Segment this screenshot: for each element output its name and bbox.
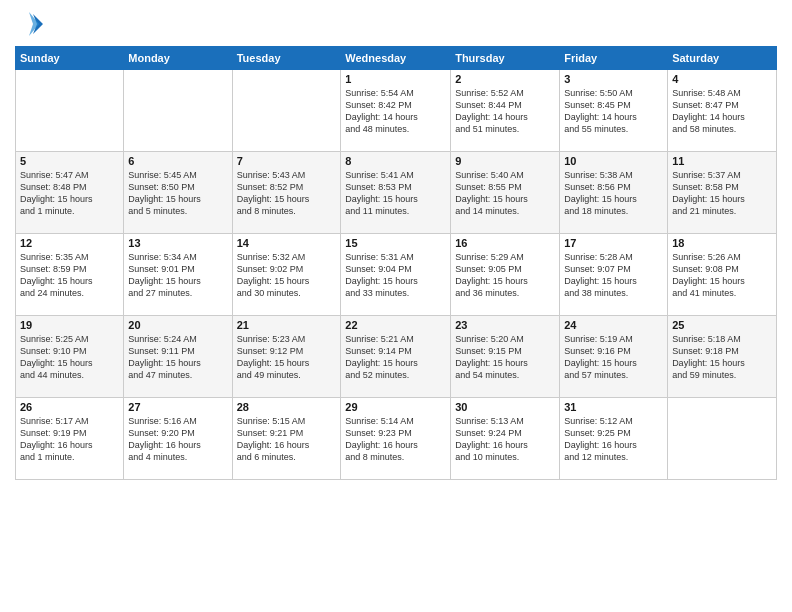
day-cell: 27Sunrise: 5:16 AM Sunset: 9:20 PM Dayli… (124, 398, 232, 480)
day-number: 24 (564, 319, 663, 331)
day-cell: 13Sunrise: 5:34 AM Sunset: 9:01 PM Dayli… (124, 234, 232, 316)
day-number: 6 (128, 155, 227, 167)
day-info: Sunrise: 5:48 AM Sunset: 8:47 PM Dayligh… (672, 87, 772, 136)
day-info: Sunrise: 5:40 AM Sunset: 8:55 PM Dayligh… (455, 169, 555, 218)
logo (15, 10, 47, 38)
day-number: 3 (564, 73, 663, 85)
day-info: Sunrise: 5:52 AM Sunset: 8:44 PM Dayligh… (455, 87, 555, 136)
day-cell: 9Sunrise: 5:40 AM Sunset: 8:55 PM Daylig… (451, 152, 560, 234)
page: SundayMondayTuesdayWednesdayThursdayFrid… (0, 0, 792, 612)
day-cell: 31Sunrise: 5:12 AM Sunset: 9:25 PM Dayli… (560, 398, 668, 480)
day-number: 22 (345, 319, 446, 331)
day-cell: 29Sunrise: 5:14 AM Sunset: 9:23 PM Dayli… (341, 398, 451, 480)
day-info: Sunrise: 5:47 AM Sunset: 8:48 PM Dayligh… (20, 169, 119, 218)
day-number: 31 (564, 401, 663, 413)
day-info: Sunrise: 5:16 AM Sunset: 9:20 PM Dayligh… (128, 415, 227, 464)
day-cell: 18Sunrise: 5:26 AM Sunset: 9:08 PM Dayli… (668, 234, 777, 316)
day-cell: 30Sunrise: 5:13 AM Sunset: 9:24 PM Dayli… (451, 398, 560, 480)
day-number: 19 (20, 319, 119, 331)
day-cell: 2Sunrise: 5:52 AM Sunset: 8:44 PM Daylig… (451, 70, 560, 152)
day-cell: 7Sunrise: 5:43 AM Sunset: 8:52 PM Daylig… (232, 152, 341, 234)
day-info: Sunrise: 5:13 AM Sunset: 9:24 PM Dayligh… (455, 415, 555, 464)
day-cell: 10Sunrise: 5:38 AM Sunset: 8:56 PM Dayli… (560, 152, 668, 234)
day-cell: 24Sunrise: 5:19 AM Sunset: 9:16 PM Dayli… (560, 316, 668, 398)
day-info: Sunrise: 5:29 AM Sunset: 9:05 PM Dayligh… (455, 251, 555, 300)
day-cell: 4Sunrise: 5:48 AM Sunset: 8:47 PM Daylig… (668, 70, 777, 152)
day-number: 20 (128, 319, 227, 331)
day-number: 23 (455, 319, 555, 331)
week-row-1: 1Sunrise: 5:54 AM Sunset: 8:42 PM Daylig… (16, 70, 777, 152)
day-number: 7 (237, 155, 337, 167)
day-info: Sunrise: 5:28 AM Sunset: 9:07 PM Dayligh… (564, 251, 663, 300)
weekday-tuesday: Tuesday (232, 47, 341, 70)
day-cell (232, 70, 341, 152)
header (15, 10, 777, 38)
weekday-saturday: Saturday (668, 47, 777, 70)
calendar: SundayMondayTuesdayWednesdayThursdayFrid… (15, 46, 777, 480)
day-info: Sunrise: 5:43 AM Sunset: 8:52 PM Dayligh… (237, 169, 337, 218)
day-info: Sunrise: 5:45 AM Sunset: 8:50 PM Dayligh… (128, 169, 227, 218)
day-number: 17 (564, 237, 663, 249)
day-number: 27 (128, 401, 227, 413)
day-cell: 21Sunrise: 5:23 AM Sunset: 9:12 PM Dayli… (232, 316, 341, 398)
day-number: 21 (237, 319, 337, 331)
day-info: Sunrise: 5:32 AM Sunset: 9:02 PM Dayligh… (237, 251, 337, 300)
day-info: Sunrise: 5:37 AM Sunset: 8:58 PM Dayligh… (672, 169, 772, 218)
day-info: Sunrise: 5:41 AM Sunset: 8:53 PM Dayligh… (345, 169, 446, 218)
day-number: 1 (345, 73, 446, 85)
day-number: 11 (672, 155, 772, 167)
week-row-4: 19Sunrise: 5:25 AM Sunset: 9:10 PM Dayli… (16, 316, 777, 398)
weekday-wednesday: Wednesday (341, 47, 451, 70)
day-cell: 22Sunrise: 5:21 AM Sunset: 9:14 PM Dayli… (341, 316, 451, 398)
day-info: Sunrise: 5:18 AM Sunset: 9:18 PM Dayligh… (672, 333, 772, 382)
day-info: Sunrise: 5:20 AM Sunset: 9:15 PM Dayligh… (455, 333, 555, 382)
day-number: 25 (672, 319, 772, 331)
day-cell: 3Sunrise: 5:50 AM Sunset: 8:45 PM Daylig… (560, 70, 668, 152)
day-info: Sunrise: 5:21 AM Sunset: 9:14 PM Dayligh… (345, 333, 446, 382)
day-number: 16 (455, 237, 555, 249)
day-info: Sunrise: 5:25 AM Sunset: 9:10 PM Dayligh… (20, 333, 119, 382)
day-info: Sunrise: 5:35 AM Sunset: 8:59 PM Dayligh… (20, 251, 119, 300)
day-cell: 28Sunrise: 5:15 AM Sunset: 9:21 PM Dayli… (232, 398, 341, 480)
day-info: Sunrise: 5:19 AM Sunset: 9:16 PM Dayligh… (564, 333, 663, 382)
day-number: 4 (672, 73, 772, 85)
day-info: Sunrise: 5:50 AM Sunset: 8:45 PM Dayligh… (564, 87, 663, 136)
day-number: 18 (672, 237, 772, 249)
weekday-friday: Friday (560, 47, 668, 70)
day-number: 5 (20, 155, 119, 167)
day-cell: 15Sunrise: 5:31 AM Sunset: 9:04 PM Dayli… (341, 234, 451, 316)
day-info: Sunrise: 5:38 AM Sunset: 8:56 PM Dayligh… (564, 169, 663, 218)
day-info: Sunrise: 5:31 AM Sunset: 9:04 PM Dayligh… (345, 251, 446, 300)
week-row-2: 5Sunrise: 5:47 AM Sunset: 8:48 PM Daylig… (16, 152, 777, 234)
day-number: 15 (345, 237, 446, 249)
day-cell: 11Sunrise: 5:37 AM Sunset: 8:58 PM Dayli… (668, 152, 777, 234)
day-cell: 16Sunrise: 5:29 AM Sunset: 9:05 PM Dayli… (451, 234, 560, 316)
day-number: 8 (345, 155, 446, 167)
day-number: 13 (128, 237, 227, 249)
week-row-3: 12Sunrise: 5:35 AM Sunset: 8:59 PM Dayli… (16, 234, 777, 316)
day-number: 28 (237, 401, 337, 413)
day-number: 10 (564, 155, 663, 167)
day-info: Sunrise: 5:12 AM Sunset: 9:25 PM Dayligh… (564, 415, 663, 464)
day-cell: 26Sunrise: 5:17 AM Sunset: 9:19 PM Dayli… (16, 398, 124, 480)
day-cell: 14Sunrise: 5:32 AM Sunset: 9:02 PM Dayli… (232, 234, 341, 316)
day-number: 12 (20, 237, 119, 249)
day-info: Sunrise: 5:23 AM Sunset: 9:12 PM Dayligh… (237, 333, 337, 382)
day-cell: 17Sunrise: 5:28 AM Sunset: 9:07 PM Dayli… (560, 234, 668, 316)
day-info: Sunrise: 5:26 AM Sunset: 9:08 PM Dayligh… (672, 251, 772, 300)
week-row-5: 26Sunrise: 5:17 AM Sunset: 9:19 PM Dayli… (16, 398, 777, 480)
day-info: Sunrise: 5:15 AM Sunset: 9:21 PM Dayligh… (237, 415, 337, 464)
day-info: Sunrise: 5:17 AM Sunset: 9:19 PM Dayligh… (20, 415, 119, 464)
weekday-sunday: Sunday (16, 47, 124, 70)
day-cell: 6Sunrise: 5:45 AM Sunset: 8:50 PM Daylig… (124, 152, 232, 234)
day-info: Sunrise: 5:14 AM Sunset: 9:23 PM Dayligh… (345, 415, 446, 464)
day-number: 9 (455, 155, 555, 167)
day-number: 30 (455, 401, 555, 413)
weekday-thursday: Thursday (451, 47, 560, 70)
day-cell: 12Sunrise: 5:35 AM Sunset: 8:59 PM Dayli… (16, 234, 124, 316)
day-number: 26 (20, 401, 119, 413)
day-cell: 8Sunrise: 5:41 AM Sunset: 8:53 PM Daylig… (341, 152, 451, 234)
day-cell: 19Sunrise: 5:25 AM Sunset: 9:10 PM Dayli… (16, 316, 124, 398)
day-cell: 1Sunrise: 5:54 AM Sunset: 8:42 PM Daylig… (341, 70, 451, 152)
day-cell: 25Sunrise: 5:18 AM Sunset: 9:18 PM Dayli… (668, 316, 777, 398)
